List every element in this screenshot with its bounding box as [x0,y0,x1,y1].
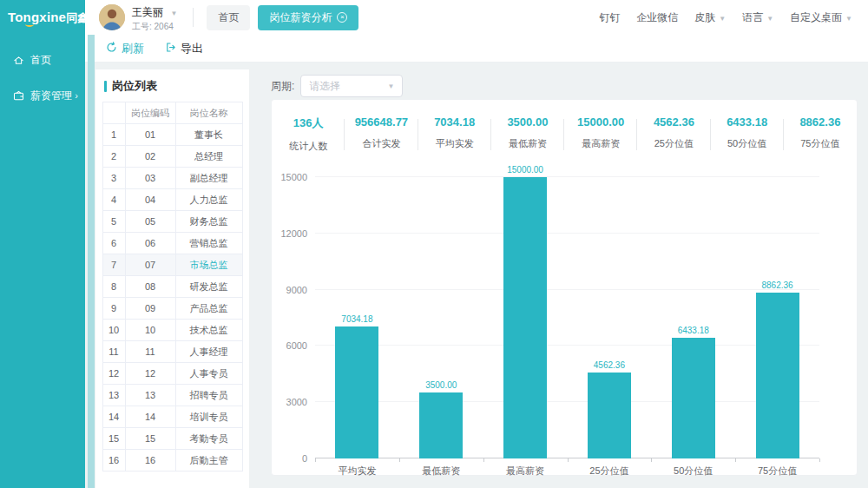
refresh-label: 刷新 [122,41,144,56]
position-name-cell: 副总经理 [175,168,242,189]
y-axis-tick-label: 6000 [286,340,307,351]
tab-label: 首页 [218,10,239,25]
header-menu-item[interactable]: 语言▼ [742,10,773,25]
y-axis-tick-label: 3000 [286,397,307,407]
tab-position-salary-analysis[interactable]: 岗位薪资分析 × [258,5,358,30]
export-button[interactable]: 导出 [165,41,203,56]
table-row[interactable]: 707市场总监 [102,254,242,276]
stat-value: 6433.18 [711,115,784,129]
chevron-down-icon: ▼ [170,10,177,17]
sidebar-item-salary-management[interactable]: 薪资管理 › [0,81,85,111]
stat-item: 7034.18平均实发 [418,111,491,158]
table-row[interactable]: 1414培训专员 [102,406,242,428]
position-table: 岗位编码岗位名称 101董事长202总经理303副总经理404人力总监505财务… [102,102,243,472]
sidebar-item-home[interactable]: 首页 [0,45,85,76]
panel-title: 岗位列表 [104,78,249,94]
row-index-cell: 9 [102,298,125,320]
position-name-cell: 人事经理 [175,341,242,363]
position-name-cell: 财务总监 [175,211,242,233]
refresh-icon [106,42,117,56]
chart-bar: 15000.00 [503,177,547,458]
x-axis-category-label: 50分位值 [651,465,735,478]
chart-bar: 3500.00 [419,392,463,458]
header-menu-item[interactable]: 皮肤▼ [694,10,726,25]
row-index-cell: 13 [102,385,125,406]
table-row[interactable]: 909产品总监 [102,298,242,320]
y-axis-tick-label: 15000 [280,172,307,182]
position-code-cell: 12 [125,363,175,385]
chart-bar: 4562.36 [588,373,631,458]
close-icon[interactable]: × [337,12,347,23]
table-row[interactable]: 1212人事专员 [102,363,242,385]
stat-item: 4562.3625分位值 [637,111,710,158]
bar-value-label: 8862.36 [761,280,792,290]
bar-value-label: 15000.00 [507,165,543,175]
table-row[interactable]: 606营销总监 [102,233,242,254]
table-row[interactable]: 1313招聘专员 [102,385,242,406]
bar-value-label: 7034.18 [341,314,372,324]
position-name-cell: 人力总监 [175,189,242,211]
x-axis-tick [399,458,400,462]
table-header-cell [102,102,125,124]
logo-smile-mark [25,22,34,27]
period-filter: 周期: 请选择 ▼ [271,75,403,97]
position-code-cell: 02 [125,146,175,168]
row-index-cell: 16 [102,450,125,472]
page-toolbar: 刷新 导出 [85,35,868,63]
position-name-cell: 招聘专员 [175,385,242,406]
stat-label: 合计实发 [345,137,418,150]
table-row[interactable]: 1111人事经理 [102,341,242,363]
table-header-row: 岗位编码岗位名称 [102,102,242,124]
header-menu-item[interactable]: 企业微信 [636,10,678,25]
table-row[interactable]: 1010技术总监 [102,320,242,341]
chevron-right-icon: › [75,91,78,101]
header-divider [193,8,194,27]
chart-bar: 8862.36 [756,293,799,458]
top-header: 王美丽 ▼ 工号: 2064 首页 岗位薪资分析 × 钉钉企业微信皮肤▼语言▼自… [85,0,868,35]
header-right-menu: 钉钉企业微信皮肤▼语言▼自定义桌面▼ [599,10,868,25]
table-row[interactable]: 101董事长 [102,124,242,146]
position-name-cell: 营销总监 [175,233,242,254]
chart-bars: 7034.18平均实发3500.00最低薪资15000.00最高薪资4562.3… [315,177,819,458]
x-axis-tick [315,458,316,462]
tab-home[interactable]: 首页 [207,5,250,30]
logo-text-cn: 同鑫 [66,11,89,24]
export-icon [165,42,176,56]
period-select[interactable]: 请选择 ▼ [300,75,403,97]
header-menu-item[interactable]: 钉钉 [599,10,620,25]
position-name-cell: 总经理 [175,146,242,168]
wallet-icon [13,90,24,102]
position-name-cell: 产品总监 [175,298,242,320]
row-index-cell: 12 [102,363,125,385]
sidebar-item-label: 首页 [30,53,51,68]
table-row[interactable]: 303副总经理 [102,168,242,189]
row-index-cell: 15 [102,428,125,450]
table-row[interactable]: 505财务总监 [102,211,242,233]
table-row[interactable]: 1616后勤主管 [102,450,242,472]
user-avatar[interactable] [99,4,125,30]
chart-bar: 6433.18 [672,338,715,458]
stat-label: 最低薪资 [491,137,564,150]
x-axis-category-label: 最高薪资 [483,465,568,478]
refresh-button[interactable]: 刷新 [106,41,144,56]
stat-value: 15000.00 [564,115,637,129]
row-index-cell: 3 [102,168,125,189]
header-menu-item[interactable]: 自定义桌面▼ [790,10,852,25]
table-row[interactable]: 1515考勤专员 [102,428,242,450]
stat-label: 25分位值 [637,137,710,150]
table-row[interactable]: 202总经理 [102,146,242,168]
table-row[interactable]: 404人力总监 [102,189,242,211]
stat-item: 956648.77合计实发 [345,111,418,158]
stat-value: 956648.77 [345,115,418,129]
table-row[interactable]: 808研发总监 [102,276,242,298]
user-menu[interactable]: 王美丽 ▼ 工号: 2064 [132,3,177,33]
position-name-cell: 后勤主管 [175,450,242,472]
x-axis-tick [483,458,484,462]
table-header-cell: 岗位名称 [175,102,242,124]
stat-value: 8862.36 [784,115,857,129]
chevron-down-icon: ▼ [719,15,726,23]
position-code-cell: 10 [125,320,175,341]
position-code-cell: 11 [125,341,175,363]
stat-item: 136人统计人数 [272,111,345,158]
period-label: 周期: [271,79,294,94]
